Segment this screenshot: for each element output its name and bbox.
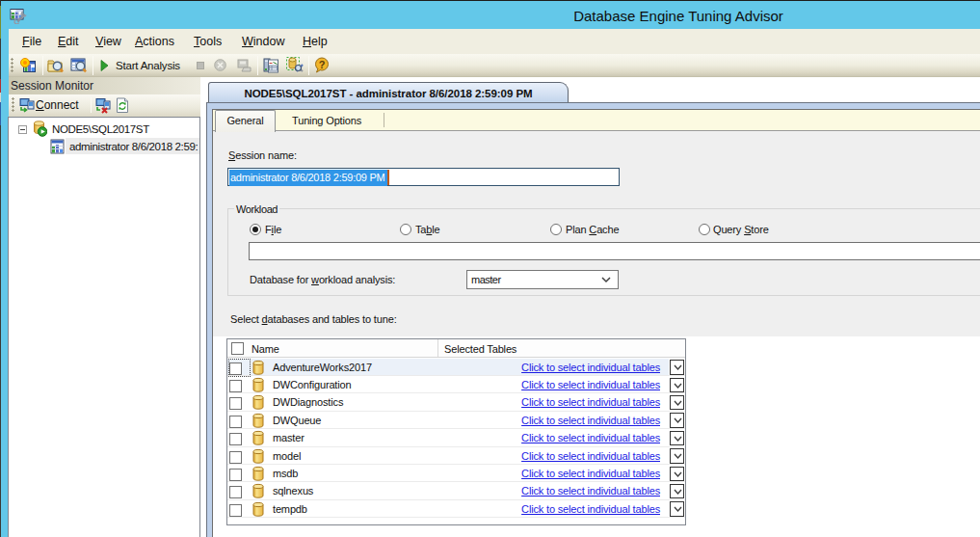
svg-text:?: ? (319, 59, 326, 70)
